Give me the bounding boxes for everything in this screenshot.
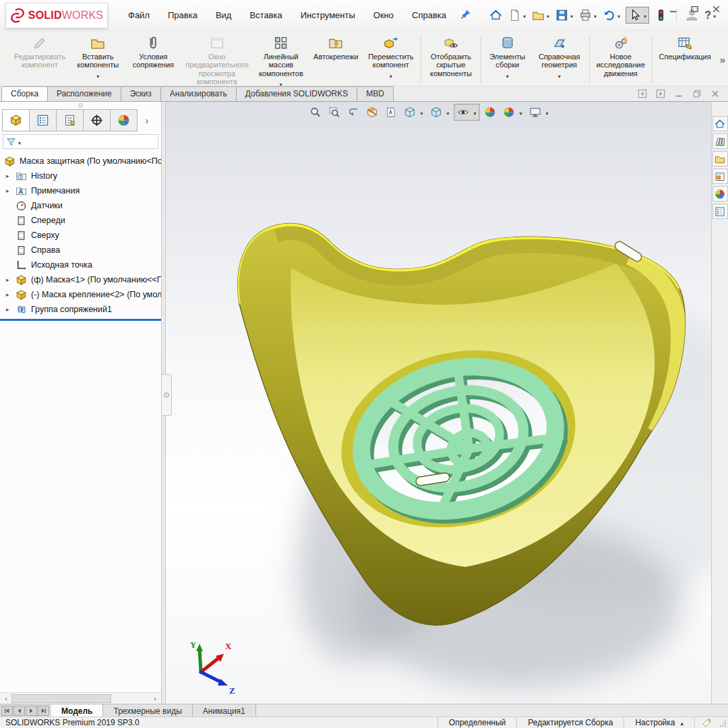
tab-animation1[interactable]: Анимация1 <box>193 704 256 717</box>
tree-item-annotations[interactable]: Примечания <box>0 183 161 198</box>
open-button[interactable] <box>531 7 550 23</box>
doc-restore-button[interactable] <box>692 89 702 98</box>
dropdown-caret-icon[interactable] <box>523 10 526 20</box>
ribbon-overflow-button[interactable]: » <box>720 54 725 65</box>
assembly-3d-model[interactable] <box>166 102 711 704</box>
hide-show-items-button[interactable] <box>454 104 471 120</box>
tab-3d-views[interactable]: Трехмерные виды <box>103 704 192 717</box>
dropdown-caret-icon[interactable] <box>506 71 509 80</box>
dropdown-caret-icon[interactable] <box>594 10 597 20</box>
previous-document-button[interactable] <box>638 89 647 98</box>
menu-edit[interactable]: Правка <box>168 10 198 20</box>
menu-help[interactable]: Справка <box>412 10 446 20</box>
mate-button[interactable]: Условия сопряжения <box>126 33 181 86</box>
dropdown-caret-icon[interactable] <box>517 107 524 117</box>
tree-filter-box[interactable] <box>3 134 158 149</box>
close-button[interactable] <box>711 4 721 14</box>
component-preview-window-button[interactable]: Окно предварительного просмотра компонен… <box>181 33 253 86</box>
dropdown-caret-icon[interactable] <box>18 137 21 147</box>
resize-grip[interactable] <box>719 717 728 728</box>
tab-evaluate[interactable]: Анализировать <box>160 86 237 101</box>
panel-grip[interactable] <box>0 102 161 109</box>
first-tab-button[interactable] <box>1 706 13 716</box>
rollback-bar[interactable] <box>0 319 161 321</box>
menu-insert[interactable]: Вставка <box>249 10 282 20</box>
section-view-button[interactable] <box>363 104 380 120</box>
home-button[interactable] <box>489 7 503 23</box>
print-button[interactable] <box>578 7 597 23</box>
graphics-viewport[interactable]: Y X Z <box>166 102 711 704</box>
last-tab-button[interactable] <box>38 706 49 716</box>
expand-arrow-icon[interactable] <box>4 276 16 283</box>
taskpane-appearances-tab[interactable] <box>712 186 728 202</box>
tree-item-mates-group[interactable]: Группа сопряжений1 <box>0 302 161 317</box>
dropdown-caret-icon[interactable] <box>418 107 425 117</box>
bill-of-materials-button[interactable]: Спецификация <box>654 33 715 86</box>
tree-horizontal-scrollbar[interactable] <box>0 692 161 704</box>
panel-collapse-handle[interactable] <box>162 374 172 416</box>
tree-item-origin[interactable]: Исходная точка <box>0 257 161 272</box>
scroll-left-arrow[interactable] <box>1 694 11 704</box>
doc-close-button[interactable] <box>710 89 720 98</box>
tree-item-history[interactable]: History <box>0 169 161 183</box>
panel-splitter[interactable] <box>162 102 166 704</box>
tree-item-sensors[interactable]: Датчики <box>0 198 161 213</box>
dropdown-caret-icon[interactable] <box>390 71 392 80</box>
new-document-button[interactable] <box>508 7 526 23</box>
tree-item-mask-mount-part[interactable]: (-) Маска крепление<2> (По умол <box>0 287 161 302</box>
dropdown-caret-icon[interactable] <box>444 107 452 117</box>
show-hidden-components-button[interactable]: Отобразить скрытые компоненты <box>423 33 479 86</box>
zoom-to-area-button[interactable] <box>326 104 342 120</box>
tree-item-mask-part[interactable]: (ф) Маска<1> (По умолчанию<<Г <box>0 272 161 287</box>
tab-sketch[interactable]: Эскиз <box>121 86 161 101</box>
smart-fasteners-button[interactable]: Автокрепежи <box>309 33 363 86</box>
undo-button[interactable] <box>602 7 621 23</box>
edit-component-button[interactable]: Редактировать компонент <box>9 33 70 86</box>
annotation-visibility-button[interactable] <box>382 104 399 120</box>
tree-item-root[interactable]: Маска защитная (По умолчанию<По <box>0 154 161 169</box>
edit-appearance-button[interactable] <box>481 104 498 120</box>
propertymanager-tab[interactable] <box>29 109 57 131</box>
view-orientation-button[interactable] <box>401 104 418 120</box>
tab-assembly[interactable]: Сборка <box>1 86 48 101</box>
next-tab-button[interactable] <box>26 706 37 716</box>
next-document-button[interactable] <box>656 89 665 98</box>
save-button[interactable] <box>555 7 574 23</box>
reference-geometry-button[interactable]: Справочная геометрия <box>532 33 588 86</box>
scroll-right-arrow[interactable] <box>150 694 160 704</box>
expand-arrow-icon[interactable] <box>4 306 16 313</box>
zoom-to-fit-button[interactable] <box>307 104 324 120</box>
menu-view[interactable]: Вид <box>216 10 232 20</box>
taskpane-custom-properties-tab[interactable] <box>712 204 728 219</box>
tree-item-right-plane[interactable]: Справа <box>0 243 161 257</box>
tree-item-top-plane[interactable]: Сверху <box>0 228 161 243</box>
dropdown-caret-icon[interactable] <box>471 107 479 117</box>
panel-tabs-overflow-button[interactable] <box>137 109 157 131</box>
displaymanager-tab[interactable] <box>110 109 138 131</box>
rebuild-button[interactable] <box>654 7 668 23</box>
previous-view-button[interactable] <box>344 104 361 120</box>
dropdown-caret-icon[interactable] <box>558 71 561 80</box>
expand-arrow-icon[interactable] <box>4 291 16 298</box>
taskpane-file-explorer-tab[interactable] <box>712 151 728 166</box>
menu-file[interactable]: Файл <box>128 10 150 20</box>
tab-addins[interactable]: Добавления SOLIDWORKS <box>236 86 358 101</box>
taskpane-home-tab[interactable] <box>712 116 728 131</box>
menu-tools[interactable]: Инструменты <box>301 10 355 20</box>
taskpane-view-palette-tab[interactable] <box>712 169 728 184</box>
dropdown-caret-icon[interactable] <box>644 10 646 20</box>
apply-scene-button[interactable] <box>500 104 517 120</box>
expand-arrow-icon[interactable] <box>4 173 16 179</box>
dimxpertmanager-tab[interactable] <box>83 109 111 131</box>
taskpane-design-library-tab[interactable] <box>712 133 728 149</box>
custom-tab-button[interactable]: Настройка <box>624 717 694 728</box>
menu-window[interactable]: Окно <box>373 10 394 20</box>
minimize-button[interactable] <box>668 4 678 14</box>
tree-item-front-plane[interactable]: Спереди <box>0 213 161 228</box>
select-tool-button[interactable] <box>626 7 649 24</box>
tags-button[interactable] <box>694 717 719 728</box>
view-settings-button[interactable] <box>526 104 543 120</box>
new-motion-study-button[interactable]: Новое исследование движения <box>592 33 650 86</box>
assembly-features-button[interactable]: Элементы сборки <box>483 33 532 86</box>
previous-tab-button[interactable] <box>13 706 25 716</box>
